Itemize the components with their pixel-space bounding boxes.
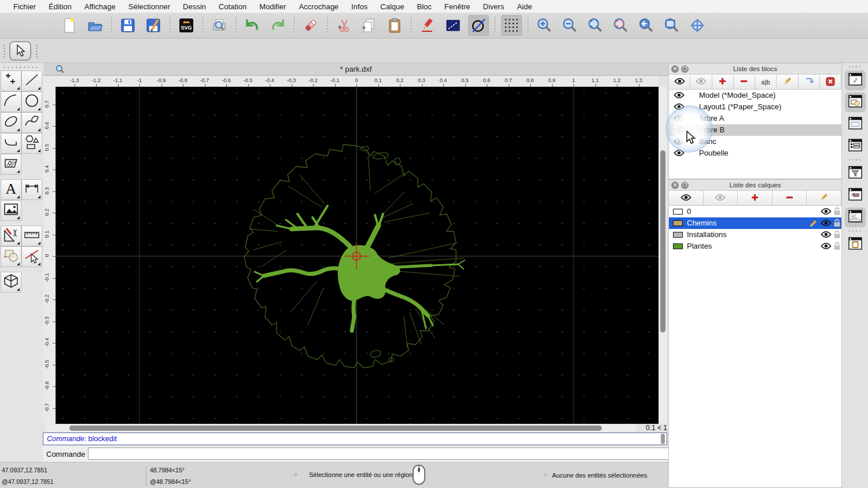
vertical-scrollbar[interactable] [659,87,667,424]
menu-calque[interactable]: Calque [374,2,410,11]
menu-aide[interactable]: Aide [510,2,538,11]
tool-arc-button[interactable] [1,91,21,112]
document-titlebar[interactable]: * park.dxf [43,63,668,76]
show-all-blocks-button[interactable] [669,75,690,89]
tool-info-button[interactable] [1,246,21,267]
menu-fichier[interactable]: Fichier [7,2,42,11]
draft-mode-button[interactable] [468,15,489,36]
block-list-titlebar[interactable]: ✕ ❐ Liste des blocs [669,64,841,75]
block-row-arbre-a[interactable]: Arbre A [669,113,841,124]
tool-circle-button[interactable] [21,91,42,112]
dock-toggle-entity-window[interactable] [845,186,866,205]
block-row-arbre-b[interactable]: Arbre B [669,124,841,136]
add-layer-button[interactable] [738,191,773,205]
block-row-poubelle[interactable]: Poubelle [669,147,841,159]
eye-icon[interactable] [674,149,685,158]
menu-dessin[interactable]: Dessin [176,2,212,11]
strip-drag-handle[interactable] [848,66,863,68]
menu-affichage[interactable]: Affichage [78,2,122,11]
edit-block-button[interactable] [777,75,798,89]
toolbar-drag-handle[interactable] [36,44,38,58]
redo-button[interactable] [267,15,288,36]
menu-dition[interactable]: Édition [42,2,78,11]
dock-toggle-blank-window[interactable] [845,114,866,134]
zoom-auto-button[interactable] [585,15,606,36]
palette-drag-handle[interactable] [2,66,41,68]
dock-toggle-shapes-window[interactable] [845,93,866,112]
add-block-button[interactable] [712,75,734,89]
open-file-button[interactable] [84,15,105,36]
pointer-tool-button[interactable] [9,41,31,61]
tool-measure-button[interactable] [21,225,42,246]
tool-points-button[interactable] [1,71,21,91]
layer-row-chemins[interactable]: Chemins [669,217,841,229]
tool-shapes-button[interactable] [21,133,42,154]
eye-icon[interactable] [674,126,685,135]
rename-block-button[interactable]: a|b [755,75,777,89]
eye-icon[interactable] [674,114,685,124]
lock-icon[interactable] [833,242,841,252]
eye-icon[interactable] [674,91,685,101]
menu-fentre[interactable]: Fenêtre [438,2,477,11]
lock-icon[interactable] [833,207,841,217]
zoom-in-button[interactable] [534,15,555,36]
tool-modify-button[interactable] [1,225,21,246]
hide-all-layers-button[interactable] [704,191,738,205]
tool-isometric-button[interactable] [1,272,21,293]
grid-toggle-button[interactable] [501,15,522,36]
eye-icon[interactable] [674,103,685,112]
zoom-out-button[interactable] [560,15,580,36]
tool-spline-button[interactable] [21,112,42,133]
show-all-layers-button[interactable] [669,191,704,205]
cut-button[interactable] [333,15,354,36]
tool-hatch-button[interactable] [1,154,21,175]
menu-modifier[interactable]: Modifier [253,2,292,11]
tool-image-button[interactable] [1,200,21,221]
delete-selected-button[interactable] [300,15,321,36]
horizontal-scrollbar-thumb[interactable] [69,426,602,431]
toolbar-drag-handle[interactable] [3,44,5,58]
drawing-canvas[interactable] [56,87,659,424]
menu-slectionner[interactable]: Sélectionner [122,2,176,11]
menu-divers[interactable]: Divers [477,2,511,11]
hide-all-blocks-button[interactable] [690,75,712,89]
insert-block-button[interactable] [799,75,820,89]
command-input[interactable] [88,448,692,460]
zoom-previous-button[interactable] [636,15,657,36]
horizontal-scrollbar[interactable] [45,424,637,432]
undo-button[interactable] [242,15,263,36]
remove-layer-button[interactable] [773,191,807,205]
paste-button[interactable] [384,15,405,36]
lock-icon[interactable] [833,219,841,229]
command-history-scrollbar[interactable] [661,434,665,444]
line-attributes-button[interactable] [443,15,464,36]
zoom-pan-button[interactable] [687,15,708,36]
eye-icon[interactable] [821,242,832,252]
svg-export-button[interactable]: SVG [176,15,197,36]
new-file-button[interactable] [59,15,80,36]
dock-toggle-command-window[interactable] [845,208,866,227]
layer-row-0[interactable]: 0 [669,206,841,217]
layer-row-plantes[interactable]: Plantes [669,241,841,252]
lock-icon[interactable] [833,230,841,241]
block-row-model-model-space-[interactable]: Model (*Model_Space) [669,90,841,101]
dock-toggle-filter-window[interactable] [845,164,866,183]
delete-all-blocks-button[interactable] [820,75,841,89]
tool-text-button[interactable]: A [1,179,21,200]
tool-polyline-button[interactable] [1,133,21,154]
dock-toggle-clipboard-window[interactable] [845,235,866,254]
dock-toggle-pen-window[interactable] [845,71,866,90]
eye-icon[interactable] [821,231,832,240]
save-button[interactable] [117,15,138,36]
menu-bloc[interactable]: Bloc [410,2,437,11]
save-as-button[interactable] [143,15,164,36]
zoom-window-button[interactable] [661,15,682,36]
eye-icon[interactable] [821,219,832,228]
print-preview-button[interactable] [209,15,230,36]
copy-button[interactable] [359,15,380,36]
block-row-layout1-paper-space-[interactable]: Layout1 (*Paper_Space) [669,101,841,113]
eye-icon[interactable] [821,208,832,217]
layer-list-titlebar[interactable]: ✕ ❐ Liste des calques [669,180,841,191]
eye-icon[interactable] [674,138,685,147]
block-row-banc[interactable]: Banc [669,136,841,147]
